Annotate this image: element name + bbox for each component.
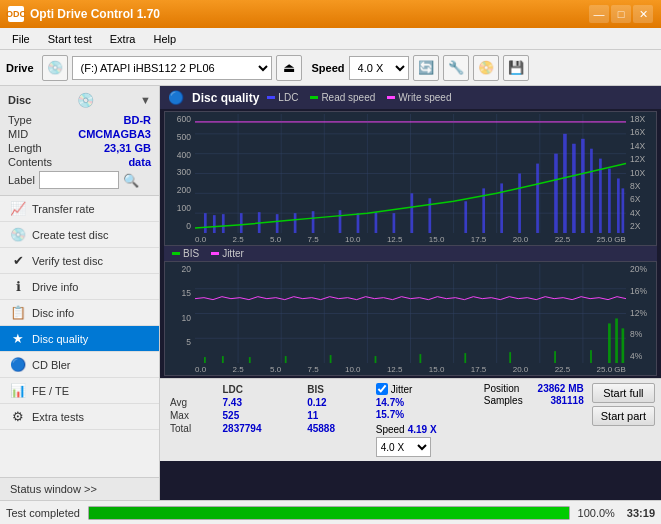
titlebar-controls: — □ ✕ (589, 5, 653, 23)
status-window-label: Status window >> (10, 483, 97, 495)
disc-type-row: Type BD-R (8, 114, 151, 126)
svg-rect-54 (204, 357, 206, 363)
svg-rect-24 (375, 212, 378, 233)
menu-help[interactable]: Help (145, 31, 184, 47)
svg-rect-58 (330, 355, 332, 363)
disc-label-input[interactable] (39, 171, 119, 189)
save-button[interactable]: 💾 (503, 55, 529, 81)
time-display: 33:19 (627, 507, 655, 519)
close-button[interactable]: ✕ (633, 5, 653, 23)
svg-rect-59 (375, 356, 377, 363)
minimize-button[interactable]: — (589, 5, 609, 23)
avg-bis: 0.12 (303, 396, 368, 409)
position-label: Position (484, 383, 520, 394)
disc-panel-header: Disc 💿 ▼ (8, 92, 151, 108)
start-full-button[interactable]: Start full (592, 383, 655, 403)
titlebar: ODC Opti Drive Control 1.70 — □ ✕ (0, 0, 661, 28)
start-part-button[interactable]: Start part (592, 406, 655, 426)
speed-label: Speed (312, 62, 345, 74)
drive-info-label: Drive info (32, 281, 78, 293)
sidebar-item-verify-test-disc[interactable]: ✔ Verify test disc (0, 248, 159, 274)
menu-start-test[interactable]: Start test (40, 31, 100, 47)
cd-bler-label: CD Bler (32, 359, 71, 371)
stats-total-row: Total 2837794 45888 (166, 422, 368, 435)
svg-rect-56 (249, 357, 251, 363)
svg-rect-36 (581, 139, 585, 233)
svg-rect-35 (572, 144, 576, 233)
drive-select[interactable]: (F:) ATAPI iHBS112 2 PL06 (72, 56, 272, 80)
legend-write-speed: Write speed (387, 92, 451, 103)
sidebar-item-create-test-disc[interactable]: 💿 Create test disc (0, 222, 159, 248)
sidebar-item-transfer-rate[interactable]: 📈 Transfer rate (0, 196, 159, 222)
disc-info-icon: 📋 (10, 305, 26, 320)
total-ldc: 2837794 (219, 422, 304, 435)
svg-rect-22 (339, 210, 342, 233)
speed-stat-label: Speed (376, 424, 405, 435)
sidebar-item-drive-info[interactable]: ℹ Drive info (0, 274, 159, 300)
start-buttons: Start full Start part (592, 383, 655, 426)
svg-rect-16 (222, 214, 225, 233)
label-icon[interactable]: 🔍 (123, 173, 139, 188)
bottom-chart-header: BIS Jitter (164, 246, 657, 261)
disc-label-row: Label 🔍 (8, 171, 151, 189)
menu-extra[interactable]: Extra (102, 31, 144, 47)
sidebar-item-cd-bler[interactable]: 🔵 CD Bler (0, 352, 159, 378)
disc-length-value: 23,31 GB (104, 142, 151, 154)
stats-avg-row: Avg 7.43 0.12 (166, 396, 368, 409)
disc-contents-value: data (128, 156, 151, 168)
position-section: Position 23862 MB Samples 381118 (484, 383, 584, 406)
chart-legend-bottom: BIS Jitter (172, 248, 244, 259)
svg-rect-67 (622, 328, 625, 363)
svg-rect-63 (554, 351, 556, 363)
bottom-chart-y-right: 20%16%12%8%4% (628, 264, 656, 361)
top-chart-x-labels: 0.02.55.07.510.012.515.017.520.022.525.0… (195, 235, 626, 244)
sidebar-item-extra-tests[interactable]: ⚙ Extra tests (0, 404, 159, 430)
jitter-checkbox[interactable] (376, 383, 388, 395)
speed-select-stats[interactable]: 4.0 X 8.0 X (376, 437, 431, 457)
samples-label: Samples (484, 395, 523, 406)
nav-items: 📈 Transfer rate 💿 Create test disc ✔ Ver… (0, 196, 159, 477)
disc-icon2: ▼ (140, 94, 151, 106)
col-ldc: LDC (219, 383, 304, 396)
legend-bis-dot (172, 252, 180, 255)
max-jitter-row: 15.7% (376, 409, 476, 420)
sidebar-item-fe-te[interactable]: 📊 FE / TE (0, 378, 159, 404)
avg-ldc: 7.43 (219, 396, 304, 409)
settings-button[interactable]: 🔧 (443, 55, 469, 81)
svg-rect-55 (222, 356, 224, 363)
disc-button[interactable]: 📀 (473, 55, 499, 81)
legend-read-label: Read speed (321, 92, 375, 103)
bottom-chart-x-labels: 0.02.55.07.510.012.515.017.520.022.525.0… (195, 365, 626, 374)
status-window-button[interactable]: Status window >> (0, 477, 159, 500)
drive-icon-btn[interactable]: 💿 (42, 55, 68, 81)
top-chart-y-right: 18X16X14X12X10X8X6X4X2X (628, 114, 656, 231)
refresh-button[interactable]: 🔄 (413, 55, 439, 81)
col-bis: BIS (303, 383, 368, 396)
disc-icon: 💿 (77, 92, 94, 108)
position-row: Position 23862 MB (484, 383, 584, 394)
maximize-button[interactable]: □ (611, 5, 631, 23)
eject-button[interactable]: ⏏ (276, 55, 302, 81)
right-panel: 🔵 Disc quality LDC Read speed Write spee… (160, 86, 661, 500)
sidebar: Disc 💿 ▼ Type BD-R MID CMCMAGBA3 Length … (0, 86, 160, 500)
chart-legend-top: LDC Read speed Write speed (267, 92, 451, 103)
svg-rect-30 (500, 183, 503, 233)
menu-file[interactable]: File (4, 31, 38, 47)
speed-select[interactable]: 4.0 X 8.0 X Max (349, 56, 409, 80)
svg-rect-37 (590, 149, 593, 233)
transfer-rate-icon: 📈 (10, 201, 26, 216)
disc-panel-title: Disc (8, 94, 31, 106)
sidebar-item-disc-quality[interactable]: ★ Disc quality (0, 326, 159, 352)
sidebar-item-disc-info[interactable]: 📋 Disc info (0, 300, 159, 326)
avg-jitter-row: 14.7% (376, 397, 476, 408)
svg-rect-60 (419, 354, 421, 363)
svg-rect-23 (357, 213, 360, 233)
app-icon: ODC (8, 6, 24, 22)
svg-rect-14 (204, 213, 207, 233)
samples-row: Samples 381118 (484, 395, 584, 406)
disc-type-value: BD-R (124, 114, 152, 126)
svg-rect-61 (464, 353, 466, 363)
disc-mid-label: MID (8, 128, 28, 140)
svg-rect-41 (622, 188, 625, 233)
svg-rect-34 (563, 134, 567, 233)
